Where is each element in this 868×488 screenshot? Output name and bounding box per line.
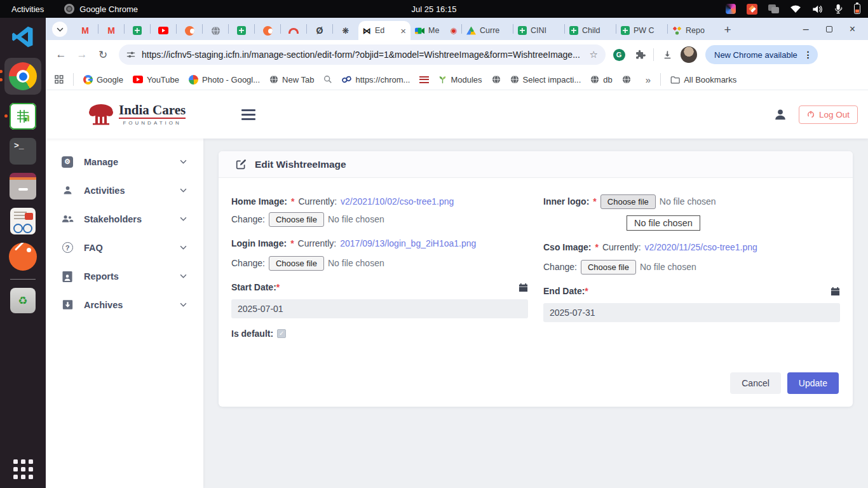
pinned-tab-slashed-circle[interactable]: Ø (307, 21, 332, 40)
address-bar[interactable]: https://icfnv5-staging.icfn.in/manage-se… (119, 44, 606, 65)
sidebar-item-activities[interactable]: Activities (46, 176, 203, 205)
activities-button[interactable]: Activities (0, 0, 55, 18)
bookmark-select-impact[interactable]: Select impacti... (510, 75, 581, 85)
pinned-tab-arc[interactable] (281, 21, 306, 40)
slashed-circle-icon: Ø (316, 25, 323, 36)
profile-avatar[interactable] (681, 46, 697, 63)
apps-grid-icon[interactable] (55, 75, 64, 84)
pinned-tab-chatgpt[interactable]: ❋ (333, 21, 358, 40)
logout-button[interactable]: Log Out (799, 105, 858, 124)
grammarly-extension[interactable]: G (611, 49, 627, 61)
bookmark-bajaj[interactable] (419, 76, 429, 83)
bookmark-star-icon[interactable]: ☆ (590, 49, 598, 60)
pinned-tab-orange-2[interactable] (255, 21, 280, 40)
pinned-tab-gmail-2[interactable]: M (98, 21, 124, 40)
bookmark-youtube[interactable]: YouTube (133, 75, 179, 85)
downloads-button[interactable] (660, 50, 675, 60)
sidebar-item-archives[interactable]: Archives (46, 290, 203, 319)
bookmark-globe-1[interactable] (492, 75, 501, 84)
tab-meet[interactable]: Me ◉ (410, 21, 461, 40)
pinned-tab-gmail-1[interactable]: M (72, 21, 98, 40)
cso-image-link[interactable]: v2/2020/11/25/cso-tree1.png (645, 242, 757, 252)
bookmark-modules[interactable]: Modules (438, 75, 482, 85)
login-image-choose-file-button[interactable]: Choose file (269, 256, 324, 271)
close-window-button[interactable]: × (850, 24, 855, 34)
prism-app-icon[interactable] (726, 4, 736, 14)
required-mark: * (595, 242, 598, 252)
bookmark-globe-2[interactable] (622, 75, 631, 84)
sheets-icon (133, 26, 142, 35)
restore-button[interactable] (826, 26, 832, 32)
dock-chrome[interactable] (4, 58, 41, 95)
wifi-icon[interactable] (790, 4, 801, 13)
url-text[interactable]: https://icfnv5-staging.icfn.in/manage-se… (142, 50, 583, 60)
pinned-tab-sheets-2[interactable] (229, 21, 254, 40)
tab-sheet-cini[interactable]: CINI (513, 21, 564, 40)
show-applications-button[interactable] (13, 459, 33, 479)
reload-button[interactable]: ↻ (95, 48, 111, 62)
bookmark-search[interactable] (323, 75, 332, 84)
volume-icon[interactable] (812, 4, 823, 14)
chat-indicator-icon[interactable] (768, 4, 779, 13)
new-tab-button[interactable]: + (719, 21, 736, 39)
system-tray[interactable] (726, 4, 868, 15)
dock-libreoffice-calc[interactable] (10, 103, 36, 130)
is-default-checkbox[interactable]: ✓ (277, 329, 286, 338)
forward-button[interactable]: → (74, 48, 90, 61)
back-button[interactable]: ← (53, 48, 69, 61)
tab-search-button[interactable] (52, 22, 67, 37)
home-image-link[interactable]: v2/2021/10/02/cso-tree1.png (341, 196, 454, 207)
dock-trash[interactable]: ♻ (10, 288, 36, 313)
start-date-input[interactable] (231, 299, 528, 318)
pinned-tab-globe[interactable] (203, 21, 228, 40)
login-image-link[interactable]: 2017/09/13/login_bg_2iH1oa1.png (340, 238, 476, 248)
sidebar-toggle-button[interactable] (241, 109, 255, 120)
close-tab-icon[interactable]: × (400, 26, 406, 36)
running-indicator (0, 78, 3, 81)
sidebar-item-stakeholders[interactable]: Stakeholders (46, 205, 203, 233)
dock-vscode[interactable] (10, 24, 36, 50)
inner-logo-choose-file-button[interactable]: Choose file (600, 194, 656, 209)
screen-recorder-icon[interactable] (747, 4, 757, 15)
browser-menu-icon[interactable]: ⋮ (804, 50, 813, 60)
bookmark-chromium[interactable]: https://chrom... (342, 75, 410, 85)
bookmark-photos[interactable]: Photo - Googl... (189, 75, 260, 85)
update-button[interactable]: Update (787, 372, 839, 394)
grammarly-icon: G (613, 49, 625, 61)
sidebar-item-reports[interactable]: Reports (46, 262, 203, 290)
site-settings-icon[interactable] (126, 50, 135, 59)
tab-sheet-child[interactable]: Child (565, 21, 616, 40)
bookmark-db[interactable]: db (590, 75, 612, 85)
tab-edit-wishtreeimage[interactable]: ⋈ Ed × (358, 21, 410, 40)
chrome-update-button[interactable]: New Chrome available ⋮ (705, 45, 818, 64)
pinned-tab-orange-1[interactable] (177, 21, 202, 40)
dock-postman[interactable] (9, 243, 37, 271)
bookmark-new-tab[interactable]: New Tab (269, 75, 314, 85)
calendar-icon[interactable] (519, 283, 528, 292)
focused-app-menu[interactable]: Google Chrome (64, 4, 138, 14)
all-bookmarks-button[interactable]: All Bookmarks (670, 75, 736, 85)
home-image-choose-file-button[interactable]: Choose file (269, 212, 324, 227)
site-logo[interactable]: India Cares FOUNDATION (88, 102, 186, 126)
user-icon[interactable] (773, 107, 787, 121)
extensions-button[interactable] (632, 50, 648, 60)
minimize-button[interactable]: – (803, 24, 809, 34)
tab-drive[interactable]: Curre (462, 21, 513, 40)
sidebar-item-faq[interactable]: ? FAQ (46, 233, 203, 262)
end-date-input[interactable] (543, 303, 840, 322)
battery-icon[interactable] (854, 4, 860, 14)
microphone-icon[interactable] (834, 4, 843, 14)
calendar-icon[interactable] (831, 287, 840, 296)
cancel-button[interactable]: Cancel (730, 372, 781, 394)
tab-repo[interactable]: Repo (668, 21, 719, 40)
bookmarks-overflow-button[interactable]: » (646, 74, 651, 85)
bookmark-google[interactable]: Google (83, 75, 123, 85)
pinned-tab-youtube[interactable] (151, 21, 176, 40)
dock-document-viewer[interactable] (10, 208, 36, 234)
tab-sheet-pw[interactable]: PW C (616, 21, 667, 40)
cso-image-choose-file-button[interactable]: Choose file (581, 260, 636, 274)
sidebar-item-manage[interactable]: ⚙ Manage (46, 147, 203, 176)
pinned-tab-sheets-1[interactable] (125, 21, 150, 40)
dock-terminal[interactable]: >_ (10, 138, 36, 165)
dock-files[interactable] (10, 173, 36, 200)
